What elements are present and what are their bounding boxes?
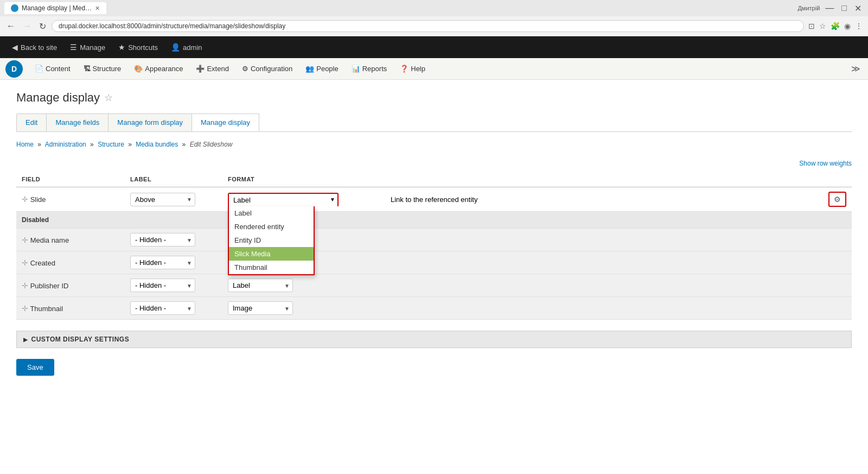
tab-manage-fields[interactable]: Manage fields	[46, 113, 108, 131]
media-name-label-cell: - Hidden - Above ▼	[125, 229, 222, 251]
slide-settings-btn[interactable]: ⚙	[828, 192, 846, 207]
breadcrumb-home[interactable]: Home	[16, 141, 34, 148]
minimize-btn[interactable]: —	[823, 2, 836, 14]
format-dropdown-list: Label Rendered entity Entity ID Slick Me…	[228, 206, 315, 275]
slide-label-cell: Above Inline Hidden ▼	[125, 187, 222, 212]
created-extra-cell	[385, 251, 819, 274]
bookmark-star-icon[interactable]: ☆	[104, 92, 113, 104]
config-label: Configuration	[251, 65, 292, 73]
drupal-nav: D 📄 Content 🏗 Structure 🎨 Appearance ➕ E…	[0, 58, 868, 80]
bookmark-btn[interactable]: ☆	[818, 21, 827, 31]
address-input[interactable]	[52, 20, 804, 32]
thumbnail-label-select[interactable]: - Hidden - Above	[130, 301, 195, 315]
publisher-format-select[interactable]: Label Entity ID	[228, 279, 293, 292]
admin-label: admin	[183, 43, 202, 52]
slide-format-input[interactable]	[228, 193, 339, 206]
thumbnail-actions-cell	[819, 297, 852, 320]
format-option-label[interactable]: Label	[229, 206, 314, 220]
shortcuts-btn[interactable]: ★ Shortcuts	[112, 36, 164, 58]
save-button-label: Save	[27, 363, 43, 371]
disabled-section-label: Disabled	[16, 212, 852, 229]
breadcrumb-administration[interactable]: Administration	[45, 141, 86, 148]
created-label-select[interactable]: - Hidden - Above	[130, 256, 195, 269]
tab-close-btn[interactable]: ✕	[95, 5, 100, 12]
custom-settings-label: CUSTOM DISPLAY SETTINGS	[31, 336, 130, 343]
slide-field-cell: ✛ Slide	[16, 187, 125, 212]
thumbnail-format-select[interactable]: Image Label URL to file	[228, 301, 293, 315]
back-to-site-btn[interactable]: ◀ Back to site	[5, 36, 63, 58]
profile-btn[interactable]: ◉	[843, 21, 852, 31]
breadcrumb-structure[interactable]: Structure	[98, 141, 124, 148]
user-name: Дмитрій	[797, 5, 820, 11]
drupal-logo[interactable]: D	[5, 60, 23, 78]
format-option-entity-id[interactable]: Entity ID	[229, 233, 314, 247]
maximize-btn[interactable]: □	[839, 2, 849, 14]
browser-action-buttons: ⊡ ☆ 🧩 ◉ ⋮	[807, 21, 864, 31]
menu-btn[interactable]: ⋮	[854, 21, 864, 31]
sep1: »	[37, 141, 41, 148]
tab-manage-form-display[interactable]: Manage form display	[108, 113, 192, 131]
nav-structure[interactable]: 🏗 Structure	[77, 58, 128, 80]
nav-appearance[interactable]: 🎨 Appearance	[127, 58, 189, 80]
publisher-label-select[interactable]: - Hidden - Above	[130, 279, 195, 292]
nav-help[interactable]: ❓ Help	[393, 58, 432, 80]
browser-chrome: Manage display | Med… ✕ Дмитрій — □ ✕ ← …	[0, 0, 868, 36]
publisher-format-wrapper: Label Entity ID ▼	[228, 279, 293, 292]
nav-extend[interactable]: ➕ Extend	[189, 58, 235, 80]
tab-edit[interactable]: Edit	[16, 113, 47, 131]
created-field-cell: ✛ Created	[16, 251, 125, 274]
format-option-slick-media[interactable]: Slick Media	[229, 247, 314, 261]
tab-manage-display[interactable]: Manage display	[192, 113, 259, 131]
extra-col-header	[385, 172, 819, 187]
format-option-thumbnail[interactable]: Thumbnail	[229, 261, 314, 274]
nav-expand-btn[interactable]: ≫	[849, 61, 863, 76]
page-content: Manage display ☆ Edit Manage fields Mana…	[0, 80, 868, 406]
thumbnail-label-cell: - Hidden - Above ▼	[125, 297, 222, 320]
media-name-field-name: Media name	[30, 236, 69, 244]
forward-btn[interactable]: →	[21, 20, 34, 32]
page-title: Manage display ☆	[16, 91, 852, 105]
breadcrumb-media-bundles[interactable]: Media bundles	[136, 141, 178, 148]
nav-reports[interactable]: 📊 Reports	[345, 58, 394, 80]
thumbnail-format-cell: Image Label URL to file ▼	[222, 297, 385, 320]
manage-btn[interactable]: ☰ Manage	[63, 36, 112, 58]
drag-handle-thumbnail[interactable]: ✛	[22, 304, 28, 313]
thumbnail-field-cell: ✛ Thumbnail	[16, 297, 125, 320]
admin-user-btn[interactable]: 👤 admin	[164, 36, 208, 58]
drag-handle-media-name[interactable]: ✛	[22, 236, 28, 244]
media-name-extra-cell	[385, 229, 819, 251]
table-row: ✛ Publisher ID - Hidden - Above ▼	[16, 274, 852, 297]
structure-icon: 🏗	[84, 65, 91, 73]
thumbnail-extra-cell	[385, 297, 819, 320]
appearance-label: Appearance	[145, 65, 183, 73]
table-row: ✛ Slide Above Inline Hidden ▼	[16, 187, 852, 212]
back-to-site-label: Back to site	[21, 43, 57, 52]
browser-titlebar: Manage display | Med… ✕ Дмитрій — □ ✕	[0, 0, 868, 16]
save-button[interactable]: Save	[16, 359, 54, 376]
extensions-btn[interactable]: 🧩	[829, 21, 841, 31]
back-btn[interactable]: ←	[4, 20, 17, 32]
show-row-weights-link[interactable]: Show row weights	[799, 160, 852, 167]
drag-handle-slide[interactable]: ✛	[22, 195, 28, 204]
drag-handle-created[interactable]: ✛	[22, 258, 28, 267]
nav-configuration[interactable]: ⚙ Configuration	[235, 58, 299, 80]
nav-people[interactable]: 👥 People	[299, 58, 344, 80]
slide-field-name: Slide	[30, 195, 46, 204]
close-btn[interactable]: ✕	[852, 2, 864, 15]
user-icon: 👤	[171, 43, 180, 52]
main-nav: 📄 Content 🏗 Structure 🎨 Appearance ➕ Ext…	[28, 58, 432, 80]
table-row: ✛ Thumbnail - Hidden - Above ▼	[16, 297, 852, 320]
created-field-name: Created	[30, 259, 55, 267]
nav-content[interactable]: 📄 Content	[28, 58, 77, 80]
slide-label-select[interactable]: Above Inline Hidden	[130, 193, 195, 206]
structure-label: Structure	[93, 65, 122, 73]
custom-settings-header[interactable]: ▶ CUSTOM DISPLAY SETTINGS	[17, 331, 851, 347]
reload-btn[interactable]: ↻	[37, 20, 48, 33]
drag-handle-publisher[interactable]: ✛	[22, 281, 28, 290]
browser-tab[interactable]: Manage display | Med… ✕	[4, 2, 106, 14]
sep3: »	[128, 141, 132, 148]
format-option-rendered-entity[interactable]: Rendered entity	[229, 220, 314, 233]
media-name-label-select[interactable]: - Hidden - Above	[130, 233, 195, 247]
row-weights-area: Show row weights	[16, 159, 852, 167]
cast-btn[interactable]: ⊡	[807, 21, 816, 31]
